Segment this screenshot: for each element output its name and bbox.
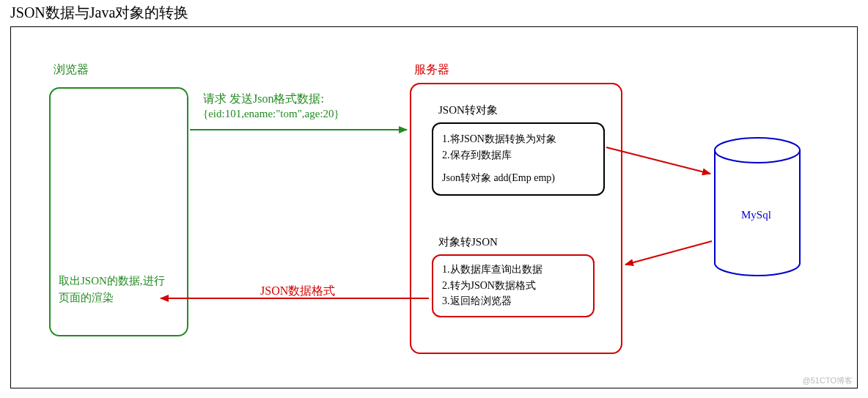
browser-render-line1: 取出JSON的数据,进行 xyxy=(59,275,165,287)
response-label: JSON数据格式 xyxy=(260,284,335,299)
obj2json-line3: 3.返回给浏览器 xyxy=(442,293,584,309)
obj2json-line1: 1.从数据库查询出数据 xyxy=(442,262,584,278)
svg-point-0 xyxy=(715,138,800,163)
browser-label: 浏览器 xyxy=(54,62,89,78)
server-label: 服务器 xyxy=(414,62,449,78)
request-line1: 请求 发送Json格式数据: xyxy=(203,92,324,107)
json2obj-box: 1.将JSON数据转换为对象 2.保存到数据库 Json转对象 add(Emp … xyxy=(432,122,605,196)
page: JSON数据与Java对象的转换 浏览器 取出JSON的数据,进行 页面的渲染 … xyxy=(0,0,868,398)
obj2json-heading: 对象转JSON xyxy=(438,235,498,249)
from-db-arrow xyxy=(625,241,712,265)
browser-render-line2: 页面的渲染 xyxy=(59,292,114,303)
db-label: MySql xyxy=(741,209,771,221)
db-cylinder xyxy=(713,137,801,276)
obj2json-line2: 2.转为JSON数据格式 xyxy=(442,278,584,294)
page-title: JSON数据与Java对象的转换 xyxy=(10,3,188,23)
obj2json-box: 1.从数据库查询出数据 2.转为JSON数据格式 3.返回给浏览器 xyxy=(432,254,595,317)
json2obj-line1: 1.将JSON数据转换为对象 xyxy=(442,131,595,147)
json2obj-line2: 2.保存到数据库 xyxy=(442,147,595,163)
request-line2: {eid:101,ename:"tom",age:20} xyxy=(203,108,339,120)
json2obj-line3: Json转对象 add(Emp emp) xyxy=(442,170,595,186)
watermark: @51CTO博客 xyxy=(803,375,853,386)
browser-render-text: 取出JSON的数据,进行 页面的渲染 xyxy=(59,273,187,306)
diagram-canvas: 浏览器 取出JSON的数据,进行 页面的渲染 服务器 请求 发送Json格式数据… xyxy=(10,26,858,388)
json2obj-heading: JSON转对象 xyxy=(438,103,498,117)
